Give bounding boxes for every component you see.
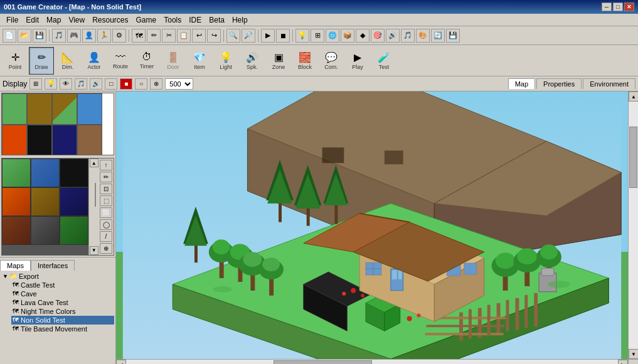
tab-environment[interactable]: Environment — [583, 78, 635, 89]
rt-select[interactable]: ⬜ — [100, 207, 112, 218]
tb-spin[interactable]: 🔄 — [431, 29, 445, 43]
menu-resources[interactable]: Resources — [88, 14, 132, 26]
map-area[interactable]: ▲ ▼ ◀ ▶ — [116, 91, 638, 364]
scroll-left-button[interactable]: ◀ — [116, 360, 126, 364]
tb-note[interactable]: 🎵 — [401, 29, 415, 43]
tile-wood[interactable] — [77, 125, 102, 155]
zoom-select[interactable]: 500 200 100 50 — [165, 78, 193, 90]
palette-canvas[interactable] — [2, 159, 88, 255]
tile-lava[interactable] — [2, 125, 27, 155]
tb-disk[interactable]: 💾 — [446, 29, 460, 43]
scroll-thumb-horizontal[interactable] — [274, 360, 372, 364]
scroll-track-vertical[interactable] — [629, 101, 638, 349]
tool-play[interactable]: ▶ Play — [345, 47, 370, 75]
tab-interfaces[interactable]: Interfaces — [31, 260, 75, 271]
display-btn-eye[interactable]: 👁 — [60, 78, 72, 90]
tb-world[interactable]: 🌐 — [326, 29, 339, 43]
maximize-button[interactable]: □ — [613, 3, 623, 11]
tool-spk[interactable]: 🔊 Spk. — [240, 47, 265, 75]
menu-beta[interactable]: Beta — [205, 14, 228, 26]
display-btn-music[interactable]: 🎵 — [75, 78, 87, 90]
display-btn-square[interactable]: □ — [105, 78, 117, 90]
tb-settings[interactable]: ⚙ — [112, 29, 126, 43]
tree-item-night-time[interactable]: 🗺 Night Time Colors — [11, 307, 114, 316]
display-btn-sound[interactable]: 🔊 — [90, 78, 102, 90]
pal-tile-2[interactable] — [31, 159, 60, 187]
tb-package[interactable]: 📦 — [341, 29, 354, 43]
tb-game[interactable]: 🎮 — [67, 29, 81, 43]
menu-help[interactable]: Help — [228, 14, 252, 26]
tree-item-lava-cave[interactable]: 🗺 Lava Cave Test — [11, 298, 114, 307]
tile-dirt[interactable] — [27, 93, 52, 125]
palette-scroll-thumb[interactable] — [95, 183, 96, 207]
display-btn-circle[interactable]: ○ — [135, 78, 147, 90]
tb-new[interactable]: 📄 — [3, 29, 16, 43]
pal-tile-9[interactable] — [60, 216, 88, 245]
tree-item-castle-test[interactable]: 🗺 Castle Test — [11, 281, 114, 289]
tool-door[interactable]: 🚪 Door — [161, 47, 186, 75]
menu-file[interactable]: File — [3, 14, 22, 26]
tool-item[interactable]: 💎 Item — [187, 47, 212, 75]
tb-save[interactable]: 💾 — [33, 29, 46, 43]
pal-tile-1[interactable] — [2, 159, 31, 187]
tb-redo[interactable]: ↪ — [207, 29, 221, 43]
pal-tile-8[interactable] — [31, 216, 60, 245]
tab-maps[interactable]: Maps — [0, 260, 31, 271]
tile-black[interactable] — [27, 125, 52, 155]
tb-cut[interactable]: ✂ — [162, 29, 176, 43]
tile-3[interactable] — [52, 93, 77, 125]
tb-palette[interactable]: 🎨 — [416, 29, 430, 43]
rt-arrow[interactable]: ↑ — [100, 160, 112, 170]
tile-grass[interactable] — [2, 93, 27, 125]
tb-pencil[interactable]: ✏ — [147, 29, 161, 43]
display-btn-zoom[interactable]: ⊕ — [150, 78, 162, 90]
tb-copy[interactable]: 📋 — [177, 29, 191, 43]
tool-block[interactable]: 🧱 Block — [292, 47, 317, 75]
menu-view[interactable]: View — [65, 14, 88, 26]
tool-dim[interactable]: 📐 Dim. — [55, 47, 80, 75]
tool-actor[interactable]: 👤 Actor — [82, 47, 107, 75]
rt-pencil[interactable]: ✏ — [100, 172, 112, 182]
tb-map[interactable]: 🗺 — [132, 29, 146, 43]
tool-timer[interactable]: ⏱ Timer — [134, 47, 159, 75]
tb-zoomin[interactable]: 🔍 — [226, 29, 240, 43]
menu-ide[interactable]: IDE — [185, 14, 205, 26]
tb-grid[interactable]: ⊞ — [311, 29, 324, 43]
menu-map[interactable]: Map — [43, 14, 65, 26]
pal-tile-3[interactable] — [60, 159, 88, 187]
pal-tile-4[interactable] — [2, 187, 31, 216]
scroll-thumb-vertical[interactable] — [629, 127, 637, 189]
tb-run[interactable]: 🏃 — [97, 29, 111, 43]
scroll-down-button[interactable]: ▼ — [629, 349, 638, 359]
tool-route[interactable]: 〰 Route — [108, 47, 133, 75]
tool-test[interactable]: 🧪 Test — [371, 47, 396, 75]
tab-map[interactable]: Map — [508, 78, 535, 89]
palette-scroll-up[interactable]: ▲ — [90, 159, 98, 167]
display-btn-light[interactable]: 💡 — [45, 78, 57, 90]
menu-game[interactable]: Game — [132, 14, 161, 26]
scroll-up-button[interactable]: ▲ — [629, 91, 638, 101]
display-btn-color[interactable]: ■ — [120, 78, 132, 90]
palette-scroll-down[interactable]: ▼ — [90, 246, 98, 255]
tb-stop[interactable]: ⏹ — [276, 29, 290, 43]
menu-edit[interactable]: Edit — [22, 14, 43, 26]
tile-darkblue[interactable] — [52, 125, 77, 155]
tool-zone[interactable]: ▣ Zone — [266, 47, 291, 75]
close-button[interactable]: ✕ — [624, 3, 634, 11]
tool-point[interactable]: ✛ Point — [3, 47, 28, 75]
tree-root-export[interactable]: ▼ 📁 Export — [1, 272, 114, 281]
rt-lasso[interactable]: ◯ — [100, 219, 112, 230]
tb-actor[interactable]: 👤 — [82, 29, 96, 43]
pal-tile-5[interactable] — [31, 187, 60, 216]
pal-tile-7[interactable] — [2, 216, 31, 245]
tool-com[interactable]: 💬 Com. — [319, 47, 344, 75]
tile-selector[interactable] — [1, 93, 114, 155]
tb-diamond[interactable]: ◆ — [356, 29, 370, 43]
rt-eraser[interactable]: ⊡ — [100, 184, 112, 194]
display-btn-grid[interactable]: ⊞ — [29, 78, 42, 90]
rt-fill[interactable]: ⬚ — [100, 195, 112, 206]
tb-open[interactable]: 📂 — [18, 29, 31, 43]
tool-draw[interactable]: ✏ Draw — [29, 47, 54, 75]
tree-item-non-solid[interactable]: 🗺 Non Solid Test — [11, 316, 114, 325]
tool-light[interactable]: 💡 Light — [213, 47, 238, 75]
